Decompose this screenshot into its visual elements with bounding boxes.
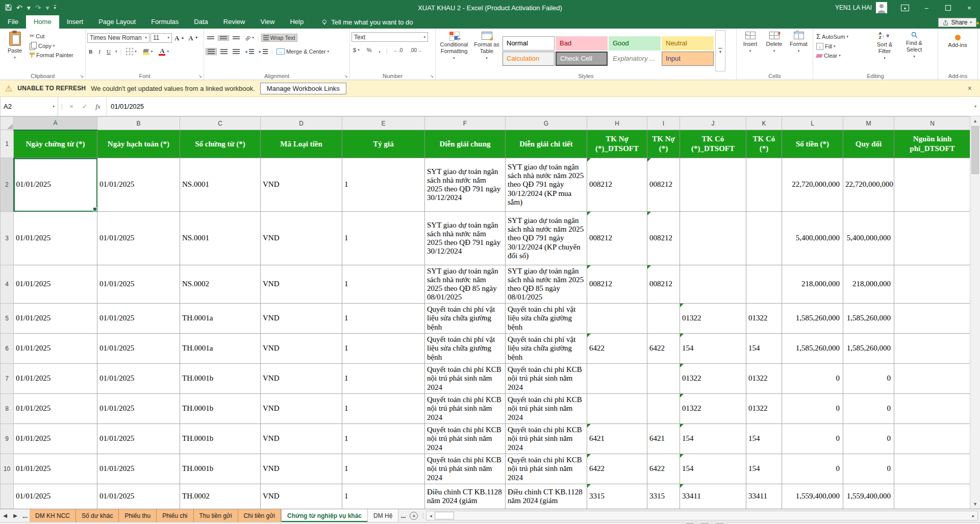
cell-M3[interactable]: 5,400,000,000 [843,212,894,265]
cell-G7[interactable]: Quyết toán chi phí KCB nội trú phát sinh… [506,364,587,394]
cell-N1[interactable]: Nguồn kinh phí_DTSOFT [894,130,971,158]
middle-align-button[interactable] [218,35,229,41]
autosum-button[interactable]: ΣAutoSum▾ [815,32,870,41]
formula-input[interactable]: 01/01/2025 [107,97,971,116]
cell-B11[interactable]: 01/01/2025 [97,484,180,509]
cell-H7[interactable] [587,364,647,394]
accounting-format-button[interactable]: $▾ [351,46,361,54]
ribbon-tab-formulas[interactable]: Formulas [143,15,186,29]
cell-style-checkcell[interactable]: Check Cell [556,52,608,66]
cell-A9[interactable]: 01/01/2025 [14,424,97,454]
redo-dropdown-icon[interactable]: ▾ [46,4,49,11]
cell-F9[interactable]: Quyết toán chi phí KCB nội trú phát sinh… [425,424,506,454]
cell-A8[interactable]: 01/01/2025 [14,394,97,424]
customize-qat-icon[interactable]: ▾ [54,5,56,10]
vertical-scrollbar[interactable]: ▲ ▼ [970,116,980,509]
cell-G6[interactable]: Quyết toán chi phí vật liệu sửa chữa giư… [506,334,587,364]
copy-button[interactable]: Copy▾ [28,41,75,51]
cell-D9[interactable]: VND [261,424,342,454]
cell-J5[interactable]: 01322 [680,304,746,334]
sheet-overflow-right[interactable]: ... [398,509,408,522]
manage-workbook-links-button[interactable]: Manage Workbook Links [260,83,346,94]
cell-E5[interactable]: 1 [342,304,425,334]
decrease-font-size-button[interactable]: A▼ [187,35,199,41]
cell-D11[interactable]: VND [261,484,342,509]
cell-style-input[interactable]: Input [662,52,714,66]
cell-N8[interactable] [894,394,971,424]
cell-H2[interactable]: 008212 [587,158,647,212]
cell-A7[interactable]: 01/01/2025 [14,364,97,394]
clipboard-dialog-launcher-icon[interactable]: ↘ [80,73,84,79]
cell-L2[interactable]: 22,720,000,000 [782,158,843,212]
font-family-combo[interactable]: Times New Roman▾ [87,33,149,43]
row-header-1[interactable]: 1 [1,130,14,158]
cell-A10[interactable]: 01/01/2025 [14,454,97,484]
font-color-button[interactable]: A▾ [157,47,170,56]
message-bar-close-icon[interactable]: × [965,84,975,92]
align-right-button[interactable] [231,48,241,55]
column-header-B[interactable]: B [97,117,180,130]
cell-J8[interactable]: 01322 [680,394,746,424]
cell-M5[interactable]: 1,585,260,000 [843,304,894,334]
cell-style-explanatory[interactable]: Explanatory ... [609,52,661,66]
cell-C4[interactable]: NS.0002 [180,265,261,304]
ribbon-tab-review[interactable]: Review [216,15,253,29]
formula-bar-grip[interactable]: ⋮ [58,97,65,116]
sheet-overflow-left[interactable]: ... [20,509,30,522]
column-header-J[interactable]: J [680,117,746,130]
cell-I7[interactable] [647,364,680,394]
cell-B3[interactable]: 01/01/2025 [97,212,180,265]
cell-L3[interactable]: 5,400,000,000 [782,212,843,265]
cell-style-normal[interactable]: Normal [502,36,555,51]
cell-M8[interactable]: 0 [843,394,894,424]
vertical-scroll-thumb[interactable] [971,126,979,174]
cell-J3[interactable] [680,212,746,265]
cell-H10[interactable]: 6422 [587,454,647,484]
cell-C8[interactable]: TH.0001b [180,394,261,424]
cell-I9[interactable]: 6421 [647,424,680,454]
ribbon-tab-data[interactable]: Data [186,15,215,29]
cell-F11[interactable]: Điều chỉnh CT KB.1128 năm 2024 (giảm [425,484,506,509]
cell-style-good[interactable]: Good [609,36,661,51]
minimize-button[interactable]: – [916,0,937,15]
format-cells-button[interactable]: ↔ Format▾ [787,30,811,54]
conditional-formatting-button[interactable]: ≠ ConditionalFormatting▾ [437,30,471,71]
font-size-combo[interactable]: 11▾ [150,33,172,43]
cell-B5[interactable]: 01/01/2025 [97,304,180,334]
ribbon-tab-file[interactable]: File [0,15,26,29]
scroll-down-icon[interactable]: ▼ [970,500,980,509]
cell-K9[interactable]: 154 [746,424,782,454]
addins-button[interactable]: Add-ins [940,30,975,48]
cell-E9[interactable]: 1 [342,424,425,454]
row-header-11[interactable] [1,484,14,509]
format-painter-button[interactable]: Format Painter [28,52,75,59]
cell-style-calculation[interactable]: Calculation [502,52,555,66]
row-header-6[interactable]: 6 [1,334,14,364]
close-button[interactable]: × [959,0,980,15]
cell-B6[interactable]: 01/01/2025 [97,334,180,364]
cell-B2[interactable]: 01/01/2025 [97,158,180,212]
column-header-H[interactable]: H [587,117,647,130]
cell-C9[interactable]: TH.0001b [180,424,261,454]
cell-B8[interactable]: 01/01/2025 [97,394,180,424]
cell-N3[interactable] [894,212,971,265]
comma-style-button[interactable]: , [377,46,382,54]
column-header-N[interactable]: N [894,117,971,130]
borders-button[interactable]: ▾ [124,47,138,56]
cell-C5[interactable]: TH.0001a [180,304,261,334]
cell-I8[interactable] [647,394,680,424]
cell-E7[interactable]: 1 [342,364,425,394]
cell-D2[interactable]: VND [261,158,342,212]
cell-F3[interactable]: SYT giao dự toán ngân sách nhà nước năm … [425,212,506,265]
align-left-button[interactable] [206,48,217,55]
wrap-text-button[interactable]: Wrap Text [261,34,297,42]
cell-C10[interactable]: TH.0001b [180,454,261,484]
cell-E4[interactable]: 1 [342,265,425,304]
cell-A1[interactable]: Ngày chứng từ (*) [14,130,97,158]
cell-J7[interactable]: 01322 [680,364,746,394]
cell-F1[interactable]: Diễn giải chung [425,130,506,158]
cell-N11[interactable] [894,484,971,509]
cell-N9[interactable] [894,424,971,454]
cell-K7[interactable]: 01322 [746,364,782,394]
cell-B1[interactable]: Ngày hạch toán (*) [97,130,180,158]
